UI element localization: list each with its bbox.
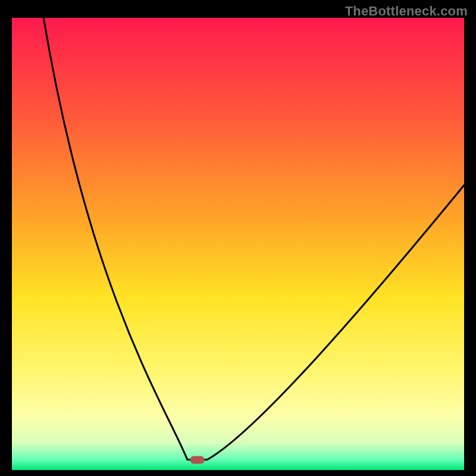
chart-svg (0, 0, 476, 476)
plot-background (12, 18, 464, 470)
chart-frame: { "watermark": "TheBottleneck.com", "cha… (0, 0, 476, 476)
optimal-marker (190, 456, 205, 464)
watermark-text: TheBottleneck.com (345, 4, 468, 19)
